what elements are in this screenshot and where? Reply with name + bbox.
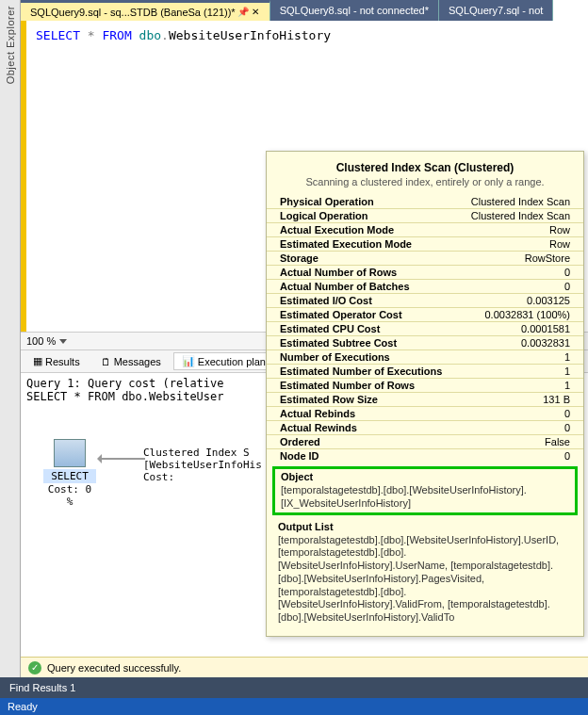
tt-row: Node ID0 (267, 449, 583, 463)
tab-label: Messages (114, 356, 161, 367)
plan-node-scan[interactable]: Clustered Index S [WebsiteUserInfoHis Co… (143, 447, 262, 483)
sidebar-label: Object Explorer (5, 6, 16, 84)
tab-sqlquery7[interactable]: SQLQuery7.sql - not (439, 0, 553, 21)
tt-row: Estimated Row Size131 B (267, 393, 583, 407)
tab-label: SQLQuery9.sql - sq...STDB (BaneSa (121))… (30, 7, 236, 18)
pin-icon[interactable]: 📌 (238, 8, 248, 17)
plan-node-select[interactable]: SELECT Cost: 0 % (43, 439, 96, 508)
close-icon[interactable]: ✕ (251, 8, 260, 17)
select-cost: Cost: 0 % (43, 483, 96, 508)
operator-tooltip: Clustered Index Scan (Clustered) Scannin… (266, 151, 584, 637)
tt-row: Actual Execution ModeRow (267, 223, 583, 237)
tt-row: Estimated Subtree Cost0.0032831 (267, 336, 583, 350)
status-text: Query executed successfully. (47, 662, 181, 674)
tab-results[interactable]: ▦ Results (24, 352, 89, 370)
find-results-panel[interactable]: Find Results 1 (0, 677, 588, 698)
chevron-down-icon[interactable] (59, 339, 67, 344)
tt-row: Actual Rebinds0 (267, 407, 583, 421)
tt-row: Estimated Operator Cost0.0032831 (100%) (267, 308, 583, 322)
zoom-value: 100 % (26, 335, 56, 347)
tooltip-output-title: Output List (278, 521, 572, 532)
grid-icon: ▦ (33, 355, 42, 367)
plan-arrow (98, 458, 145, 460)
tt-row: OrderedFalse (267, 435, 583, 449)
status-bar: ✓ Query executed successfully. (21, 657, 588, 677)
tooltip-output-body: [temporalstagetestdb].[dbo].[WebsiteUser… (278, 534, 572, 625)
find-results-label: Find Results 1 (9, 682, 75, 693)
tooltip-title: Clustered Index Scan (Clustered) (267, 157, 583, 176)
sidebar-object-explorer[interactable]: Object Explorer (0, 0, 21, 688)
plan-icon: 📊 (182, 355, 195, 367)
tt-row: Physical OperationClustered Index Scan (267, 195, 583, 209)
message-icon: 🗒 (101, 356, 111, 367)
ready-label: Ready (8, 701, 38, 712)
success-icon: ✓ (28, 661, 41, 674)
tt-row: Estimated Number of Rows1 (267, 379, 583, 393)
tt-row: Estimated Number of Executions1 (267, 365, 583, 379)
select-label: SELECT (43, 469, 96, 483)
tooltip-desc: Scanning a clustered index, entirely or … (267, 176, 583, 195)
tab-label: SQLQuery8.sql - not connected* (280, 5, 429, 16)
tab-sqlquery8[interactable]: SQLQuery8.sql - not connected* (270, 0, 439, 21)
select-icon (54, 439, 86, 467)
tt-row: StorageRowStore (267, 252, 583, 266)
tab-label: Results (45, 356, 80, 367)
tt-row: Logical OperationClustered Index Scan (267, 209, 583, 223)
tooltip-object-body: [temporalstagetestdb].[dbo].[WebsiteUser… (281, 484, 569, 511)
document-tabs: SQLQuery9.sql - sq...STDB (BaneSa (121))… (21, 0, 553, 21)
tooltip-table: Physical OperationClustered Index Scan L… (267, 195, 583, 463)
tt-row: Actual Number of Batches0 (267, 280, 583, 294)
tab-label: Execution plan (198, 356, 266, 367)
tooltip-object-title: Object (281, 471, 569, 482)
tt-row: Estimated I/O Cost0.003125 (267, 294, 583, 308)
tooltip-output-section: Output List [temporalstagetestdb].[dbo].… (272, 519, 578, 626)
tt-row: Number of Executions1 (267, 350, 583, 365)
ready-bar: Ready (0, 698, 588, 715)
tab-label: SQLQuery7.sql - not (449, 5, 543, 16)
tt-row: Actual Rewinds0 (267, 421, 583, 435)
tt-row: Estimated CPU Cost0.0001581 (267, 322, 583, 336)
tab-sqlquery9[interactable]: SQLQuery9.sql - sq...STDB (BaneSa (121))… (21, 0, 270, 21)
tt-row: Actual Number of Rows0 (267, 266, 583, 280)
tt-row: Estimated Execution ModeRow (267, 237, 583, 252)
tab-execution-plan[interactable]: 📊 Execution plan (173, 352, 274, 370)
tab-messages[interactable]: 🗒 Messages (92, 353, 170, 370)
tooltip-object-section: Object [temporalstagetestdb].[dbo].[Webs… (272, 466, 578, 515)
